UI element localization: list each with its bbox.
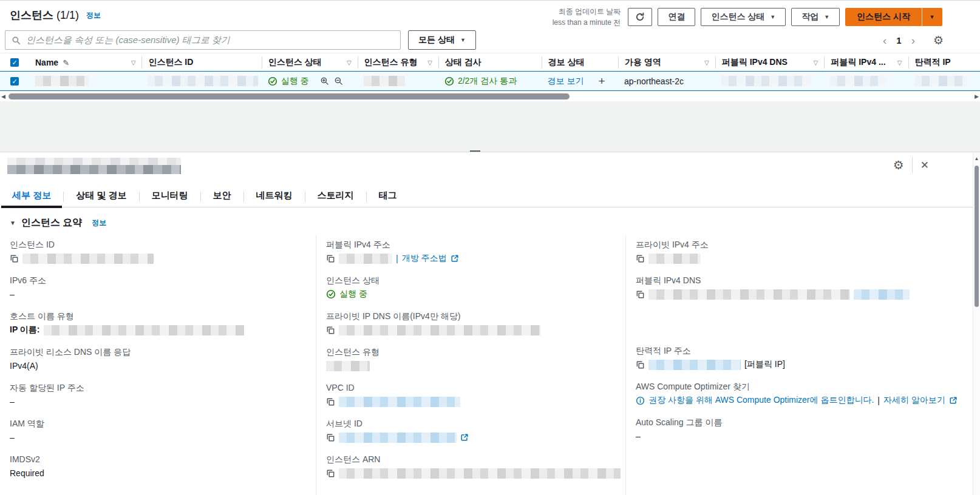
column-label-text: Name: [35, 58, 58, 67]
table-column-header[interactable]: Name✎▽: [29, 56, 141, 69]
tab-5[interactable]: 네트워킹: [244, 184, 305, 207]
zoom-out-icon[interactable]: [334, 76, 343, 86]
horizontal-scrollbar-thumb[interactable]: [9, 93, 570, 99]
copy-icon[interactable]: [636, 360, 645, 369]
copy-icon[interactable]: [326, 326, 335, 335]
summary-field: IAM 역할–: [10, 417, 304, 444]
table-settings-gear-icon[interactable]: ⚙: [933, 33, 944, 47]
summary-field: 자동 할당된 IP 주소–: [10, 382, 304, 408]
launch-instance-caret-button[interactable]: ▼: [922, 8, 942, 26]
connect-button[interactable]: 연결: [658, 8, 695, 26]
table-column-header[interactable]: 퍼블릭 IPv4 DNS▽: [715, 56, 825, 69]
copy-icon[interactable]: [326, 254, 335, 263]
copy-icon[interactable]: [10, 254, 19, 263]
vertical-scrollbar: ▲: [973, 152, 980, 495]
external-link-icon[interactable]: [460, 433, 469, 442]
table-cell: 2/2개 검사 통과: [438, 76, 542, 87]
horizontal-scrollbar: ◀ ▶: [0, 92, 980, 101]
external-link-icon[interactable]: [451, 254, 459, 263]
copy-icon[interactable]: [326, 469, 335, 478]
value-text: Required: [10, 468, 44, 478]
state-filter-dropdown[interactable]: 모든 상태 ▼: [408, 30, 476, 50]
copy-icon[interactable]: [636, 290, 645, 299]
instance-summary-header[interactable]: ▼ 인스턴스 요약 정보: [10, 217, 106, 229]
table-cell: [908, 76, 980, 86]
table-row[interactable]: ✓실행 중2/2개 검사 통과경보 보기+ap-northeast-2c: [0, 71, 980, 91]
table-cell: [358, 76, 438, 86]
link[interactable]: 권장 사항을 위해 AWS Compute Optimizer에 옵트인합니다.: [648, 395, 874, 406]
field-label: 호스트 이름 유형: [10, 310, 304, 322]
panel-settings-gear-icon[interactable]: ⚙: [893, 158, 904, 172]
copy-icon[interactable]: [326, 397, 335, 406]
copy-icon[interactable]: [636, 254, 645, 263]
panel-close-icon[interactable]: ✕: [920, 159, 929, 172]
redacted-value: [44, 325, 244, 335]
sort-caret-icon[interactable]: ▽: [427, 59, 432, 66]
table-column-header[interactable]: 인스턴스 유형▽: [358, 56, 438, 69]
field-label: 인스턴스 상태: [326, 274, 613, 286]
launch-instance-button[interactable]: 인스턴스 시작: [845, 8, 922, 26]
summary-info-link[interactable]: 정보: [92, 218, 106, 228]
table-column-header[interactable]: 인스턴스 상태▽: [262, 56, 358, 69]
status-check-text: 2/2개 검사 통과: [458, 76, 517, 87]
link[interactable]: 자세히 알아보기: [883, 395, 945, 406]
external-link-icon[interactable]: [949, 396, 958, 405]
tab-1[interactable]: 세부 정보: [0, 184, 63, 207]
tab-2[interactable]: 상태 및 경보: [64, 184, 138, 207]
field-value: [퍼블릭 IP]: [636, 358, 961, 371]
column-label-text: 퍼블릭 IPv4 DNS: [722, 57, 788, 68]
summary-field: 퍼블릭 IPv4 DNS: [636, 274, 961, 301]
sort-caret-icon[interactable]: ▽: [347, 59, 352, 66]
sort-caret-icon[interactable]: ▽: [814, 59, 818, 66]
field-label: IMDSv2: [10, 453, 304, 465]
value-text: –: [10, 433, 15, 442]
sort-caret-icon[interactable]: ▽: [897, 59, 902, 66]
table-column-header[interactable]: 가용 영역▽: [618, 56, 715, 69]
field-value: [636, 288, 961, 301]
actions-dropdown[interactable]: 작업 ▼: [791, 8, 840, 26]
instance-state-dropdown[interactable]: 인스턴스 상태 ▼: [701, 8, 786, 26]
pagination: ‹ 1 › ⚙: [877, 33, 944, 47]
scroll-right-arrow[interactable]: ▶: [975, 93, 979, 99]
sort-caret-icon[interactable]: ▽: [704, 59, 709, 66]
current-page[interactable]: 1: [893, 35, 905, 45]
table-column-header[interactable]: 퍼블릭 IPv4 ...▽: [824, 56, 908, 69]
tab-7[interactable]: 태그: [367, 184, 409, 207]
summary-field: 퍼블릭 IPv4 주소|개방 주소법: [326, 238, 613, 265]
add-alarm-plus-icon[interactable]: +: [598, 75, 605, 88]
column-label: 퍼블릭 IPv4 DNS: [722, 57, 788, 68]
field-label: 퍼블릭 IPv4 DNS: [636, 274, 961, 286]
table-row-checkbox-cell: ✓: [0, 77, 29, 86]
copy-icon[interactable]: [326, 433, 335, 442]
scroll-left-arrow[interactable]: ◀: [1, 93, 5, 99]
search-input[interactable]: 인스턴스을 속성 또는 (case-sensitive) 태그로 찾기: [5, 30, 401, 50]
sort-caret-icon[interactable]: ▽: [131, 59, 136, 66]
field-value: 실행 중: [326, 288, 613, 301]
redacted-value: [648, 360, 741, 370]
table-cell: ap-northeast-2c: [618, 76, 715, 86]
summary-field: 탄력적 IP 주소[퍼블릭 IP]: [636, 345, 961, 371]
checkbox-checked-icon[interactable]: ✓: [10, 58, 19, 67]
checkbox-checked-icon[interactable]: ✓: [10, 77, 19, 86]
previous-page-button[interactable]: ‹: [877, 34, 893, 47]
summary-column: 퍼블릭 IPv4 주소|개방 주소법인스턴스 상태실행 중프라이빗 IP DNS…: [316, 235, 625, 495]
column-label-text: 상태 검사: [445, 57, 481, 68]
field-label: 퍼블릭 IPv4 주소: [326, 238, 613, 251]
vertical-scrollbar-thumb[interactable]: [975, 166, 979, 307]
refresh-button[interactable]: [628, 8, 652, 26]
tab-3[interactable]: 모니터링: [140, 184, 200, 207]
link[interactable]: 개방 주소법: [402, 253, 447, 264]
zoom-in-icon[interactable]: [320, 76, 329, 86]
next-page-button[interactable]: ›: [905, 34, 921, 47]
title-info-link[interactable]: 정보: [86, 11, 101, 19]
tab-4[interactable]: 보안: [201, 184, 243, 207]
scroll-up-arrow[interactable]: ▲: [973, 156, 980, 161]
view-alarms-link[interactable]: 경보 보기: [548, 76, 584, 87]
table-cell: [29, 76, 141, 86]
field-label: VPC ID: [326, 382, 613, 394]
tab-6[interactable]: 스토리지: [305, 184, 366, 207]
redacted-value: [339, 468, 621, 479]
value-text: IPv4(A): [10, 361, 38, 371]
field-value: [636, 252, 961, 265]
table-select-all-checkbox[interactable]: ✓: [0, 58, 29, 67]
